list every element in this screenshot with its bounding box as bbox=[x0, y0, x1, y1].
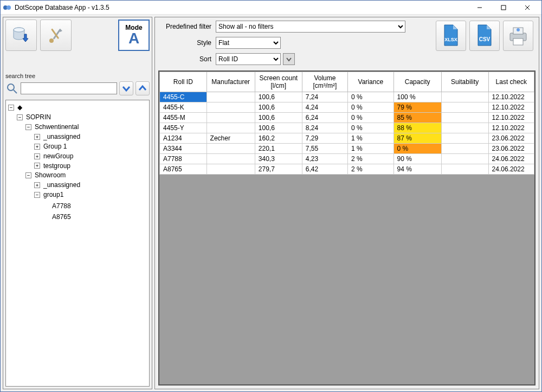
cell-capacity[interactable]: 100 % bbox=[393, 92, 441, 102]
col-header-volume[interactable]: Volume [cm³/m²] bbox=[302, 72, 347, 92]
cell-screen-count[interactable]: 340,3 bbox=[255, 154, 302, 164]
search-next-button[interactable] bbox=[119, 81, 133, 95]
maximize-button[interactable] bbox=[492, 1, 515, 14]
search-input[interactable] bbox=[21, 82, 117, 94]
table-row[interactable]: 4455-M100,66,240 %85 %12.10.2022 bbox=[160, 113, 534, 123]
cell-manufacturer[interactable]: Zecher bbox=[207, 133, 255, 144]
cell-capacity[interactable]: 90 % bbox=[393, 154, 441, 164]
cell-suitability[interactable] bbox=[441, 144, 488, 154]
style-select[interactable]: Flat bbox=[216, 37, 281, 49]
cell-volume[interactable]: 7,29 bbox=[302, 133, 347, 144]
cell-screen-count[interactable]: 100,6 bbox=[255, 113, 302, 123]
minimize-button[interactable] bbox=[468, 1, 492, 14]
cell-variance[interactable]: 1 % bbox=[348, 144, 394, 154]
cell-variance[interactable]: 0 % bbox=[348, 102, 394, 113]
tree-leaf[interactable]: A8765 bbox=[43, 213, 71, 222]
cell-screen-count[interactable]: 220,1 bbox=[255, 144, 302, 154]
col-header-roll-id[interactable]: Roll ID bbox=[160, 72, 207, 92]
tree-node-group1[interactable]: −group1 bbox=[34, 190, 63, 200]
cell-volume[interactable]: 4,23 bbox=[302, 154, 347, 164]
cell-manufacturer[interactable] bbox=[207, 113, 255, 123]
tree-toggle[interactable]: + bbox=[34, 144, 40, 150]
cell-screen-count[interactable]: 100,6 bbox=[255, 123, 302, 133]
cell-roll-id[interactable]: A3344 bbox=[160, 144, 207, 154]
cell-capacity[interactable]: 88 % bbox=[393, 123, 441, 133]
cell-volume[interactable]: 7,55 bbox=[302, 144, 347, 154]
cell-variance[interactable]: 0 % bbox=[348, 113, 394, 123]
cell-last-check[interactable]: 12.10.2022 bbox=[488, 123, 534, 133]
export-xlsx-button[interactable]: XLSX bbox=[436, 21, 466, 51]
tree-toggle[interactable]: − bbox=[17, 114, 23, 120]
cell-manufacturer[interactable] bbox=[207, 154, 255, 164]
cell-manufacturer[interactable] bbox=[207, 92, 255, 102]
cell-roll-id[interactable]: 4455-Y bbox=[160, 123, 207, 133]
mode-indicator[interactable]: Mode A bbox=[118, 20, 150, 51]
cell-last-check[interactable]: 12.10.2022 bbox=[488, 102, 534, 113]
cell-last-check[interactable]: 12.10.2022 bbox=[488, 92, 534, 102]
table-row[interactable]: A8765279,76,422 %94 %24.06.2022 bbox=[160, 164, 534, 175]
cell-suitability[interactable] bbox=[441, 164, 488, 175]
tree-toggle[interactable]: − bbox=[25, 124, 31, 130]
close-button[interactable] bbox=[515, 1, 539, 14]
tree-root-bullet[interactable]: −◆ bbox=[8, 103, 22, 112]
cell-manufacturer[interactable] bbox=[207, 144, 255, 154]
tree-node[interactable]: +testgroup bbox=[34, 162, 70, 171]
export-csv-button[interactable]: CSV bbox=[469, 21, 500, 51]
cell-roll-id[interactable]: A7788 bbox=[160, 154, 207, 164]
cell-suitability[interactable] bbox=[441, 92, 488, 102]
cell-screen-count[interactable]: 160,2 bbox=[255, 133, 302, 144]
cell-last-check[interactable]: 12.10.2022 bbox=[488, 113, 534, 123]
search-prev-button[interactable] bbox=[136, 81, 150, 95]
cell-capacity[interactable]: 87 % bbox=[393, 133, 441, 144]
tree-node[interactable]: +_unassigned bbox=[34, 132, 80, 142]
col-header-manufacturer[interactable]: Manufacturer bbox=[207, 72, 255, 92]
cell-variance[interactable]: 2 % bbox=[348, 164, 394, 175]
data-grid[interactable]: Roll ID Manufacturer Screen count [l/cm]… bbox=[159, 72, 534, 175]
tree-node-schwentinental[interactable]: −Schwentinental bbox=[25, 123, 79, 132]
table-row[interactable]: A3344220,17,551 %0 %23.06.2022 bbox=[160, 144, 534, 154]
predef-filter-select[interactable]: Show all - no filters bbox=[216, 21, 405, 33]
tree-toggle[interactable]: − bbox=[34, 192, 40, 198]
tree-view[interactable]: −◆ −SOPRIN −Schwentinental +_unassigned bbox=[5, 100, 150, 387]
cell-screen-count[interactable]: 100,6 bbox=[255, 92, 302, 102]
tree-toggle[interactable]: + bbox=[34, 134, 40, 140]
col-header-variance[interactable]: Variance bbox=[348, 72, 394, 92]
tree-node[interactable]: +_unassigned bbox=[34, 181, 80, 190]
table-row[interactable]: A1234Zecher160,27,291 %87 %23.06.2022 bbox=[160, 133, 534, 144]
database-import-button[interactable] bbox=[5, 20, 37, 51]
cell-last-check[interactable]: 24.06.2022 bbox=[488, 164, 534, 175]
tree-node-soprin[interactable]: −SOPRIN bbox=[17, 113, 51, 122]
cell-screen-count[interactable]: 100,6 bbox=[255, 102, 302, 113]
print-button[interactable] bbox=[503, 21, 533, 51]
cell-roll-id[interactable]: 4455-M bbox=[160, 113, 207, 123]
cell-volume[interactable]: 6,42 bbox=[302, 164, 347, 175]
table-row[interactable]: 4455-C100,67,240 %100 %12.10.2022 bbox=[160, 92, 534, 102]
cell-variance[interactable]: 2 % bbox=[348, 154, 394, 164]
tree-node[interactable]: +Group 1 bbox=[34, 142, 67, 151]
col-header-capacity[interactable]: Capacity bbox=[393, 72, 441, 92]
tree-toggle[interactable]: − bbox=[25, 172, 31, 178]
cell-variance[interactable]: 0 % bbox=[348, 123, 394, 133]
sort-select[interactable]: Roll ID bbox=[216, 53, 281, 65]
cell-variance[interactable]: 1 % bbox=[348, 133, 394, 144]
col-header-suitability[interactable]: Suitability bbox=[441, 72, 488, 92]
cell-last-check[interactable]: 23.06.2022 bbox=[488, 144, 534, 154]
cell-capacity[interactable]: 94 % bbox=[393, 164, 441, 175]
cell-last-check[interactable]: 24.06.2022 bbox=[488, 154, 534, 164]
cell-roll-id[interactable]: A1234 bbox=[160, 133, 207, 144]
table-row[interactable]: 4455-Y100,68,240 %88 %12.10.2022 bbox=[160, 123, 534, 133]
settings-button[interactable] bbox=[40, 20, 72, 51]
cell-suitability[interactable] bbox=[441, 102, 488, 113]
cell-roll-id[interactable]: 4455-C bbox=[160, 92, 207, 102]
cell-volume[interactable]: 7,24 bbox=[302, 92, 347, 102]
cell-suitability[interactable] bbox=[441, 123, 488, 133]
col-header-last-check[interactable]: Last check bbox=[488, 72, 534, 92]
tree-node[interactable]: +newGroup bbox=[34, 152, 73, 161]
tree-toggle[interactable]: + bbox=[34, 182, 40, 188]
cell-manufacturer[interactable] bbox=[207, 164, 255, 175]
cell-last-check[interactable]: 23.06.2022 bbox=[488, 133, 534, 144]
tree-toggle[interactable]: + bbox=[34, 153, 40, 159]
cell-capacity[interactable]: 79 % bbox=[393, 102, 441, 113]
sort-direction-button[interactable] bbox=[283, 53, 295, 65]
table-row[interactable]: 4455-K100,64,240 %79 %12.10.2022 bbox=[160, 102, 534, 113]
